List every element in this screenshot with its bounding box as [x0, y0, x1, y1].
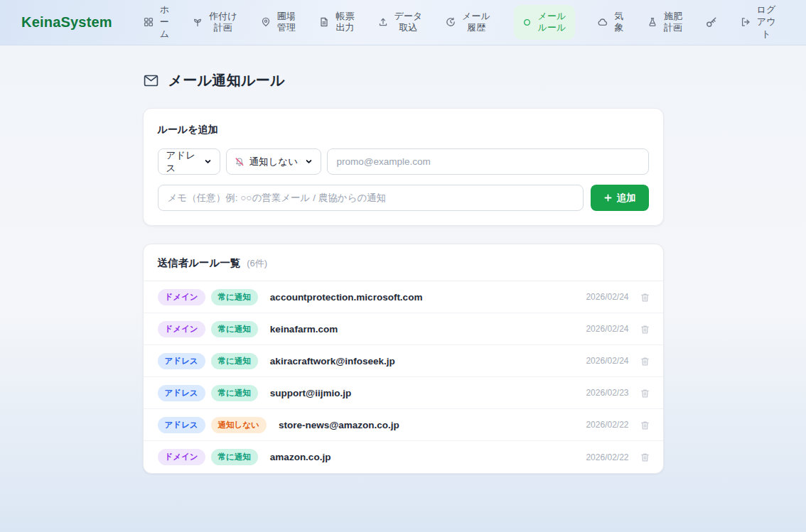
bell-slash-icon: [235, 157, 245, 167]
rule-date: 2026/02/24: [586, 356, 628, 366]
delete-rule-button[interactable]: [638, 418, 652, 432]
nav-label: 施肥計画: [663, 11, 683, 35]
trash-icon: [640, 356, 650, 367]
rule-address: accountprotection.microsoft.com: [270, 292, 423, 303]
nav-item-mail-rules[interactable]: メールルール: [514, 5, 575, 40]
rule-date: 2026/02/23: [586, 388, 628, 398]
seedling-icon: [193, 17, 203, 27]
delete-rule-button[interactable]: [638, 291, 652, 304]
sender-rules-card: 送信者ルール一覧 (6件) ドメイン 常に通知 accountprotectio…: [143, 244, 664, 474]
delete-rule-button[interactable]: [638, 450, 652, 464]
fertilizer-icon: [648, 17, 657, 27]
nav-label: ログアウト: [756, 4, 776, 40]
page-title-text: メール通知ルール: [168, 71, 285, 90]
nav-label: 作付け計画: [208, 11, 237, 35]
nav-label: ホーム: [159, 4, 170, 40]
rule-address: keinafarm.com: [270, 324, 338, 335]
rule-row: アドレス 通知しない store-news@amazon.co.jp 2026/…: [144, 409, 663, 441]
nav-label: 帳票出力: [335, 11, 355, 35]
nav-item-report-output[interactable]: 帳票出力: [319, 11, 355, 35]
rule-date: 2026/02/24: [586, 292, 628, 302]
trash-icon: [640, 292, 650, 303]
rule-action-badge: 常に通知: [211, 353, 258, 369]
key-icon: [706, 16, 717, 28]
nav-item-weather[interactable]: 気象: [598, 11, 624, 35]
cloud-icon: [598, 17, 608, 27]
rule-action-select[interactable]: 通知しない: [226, 148, 321, 175]
rule-address: amazon.co.jp: [270, 452, 331, 462]
rule-row: ドメイン 常に通知 keinafarm.com 2026/02/24: [144, 313, 663, 345]
trash-icon: [640, 324, 650, 335]
rule-date: 2026/02/24: [586, 324, 628, 334]
rule-action-badge: 通知しない: [211, 417, 267, 433]
rule-type-selected-value: アドレス: [166, 149, 198, 175]
rule-address: store-news@amazon.co.jp: [279, 420, 399, 430]
memo-input[interactable]: [158, 185, 584, 211]
document-icon: [319, 17, 329, 27]
nav-label: メールルール: [537, 11, 566, 35]
rule-date: 2026/02/22: [586, 420, 628, 430]
nav-label: データ取込: [394, 11, 423, 35]
top-navbar: KeinaSystem ホーム 作付け計画 圃場管理 帳票出力: [0, 0, 806, 45]
nav-item-mail-history[interactable]: メール履歴: [446, 11, 490, 35]
rule-action-selected-value: 通知しない: [249, 156, 298, 168]
nav-item-logout[interactable]: ログアウト: [741, 4, 776, 40]
envelope-icon: [143, 72, 159, 89]
rule-address: akiracraftwork@infoseek.jp: [270, 356, 395, 367]
rule-action-badge: 常に通知: [211, 321, 258, 337]
rule-row: アドレス 常に通知 akiracraftwork@infoseek.jp 202…: [144, 345, 663, 377]
nav-item-planting-plan[interactable]: 作付け計画: [193, 11, 237, 35]
rule-action-badge: 常に通知: [211, 385, 258, 401]
brand-logo[interactable]: KeinaSystem: [21, 14, 112, 31]
add-rule-card: ルールを追加 アドレス 通知しない: [143, 108, 664, 226]
rule-type-select[interactable]: アドレス: [158, 148, 220, 175]
rule-type-badge: ドメイン: [158, 449, 205, 465]
address-input[interactable]: [327, 148, 649, 175]
chevron-down-icon: [305, 158, 313, 165]
rule-action-badge: 常に通知: [211, 289, 258, 305]
nav-item-home[interactable]: ホーム: [144, 4, 170, 40]
rule-type-badge: ドメイン: [158, 321, 205, 337]
rule-date: 2026/02/22: [586, 452, 628, 462]
plus-icon: [603, 193, 613, 202]
delete-rule-button[interactable]: [638, 386, 652, 400]
rule-type-badge: ドメイン: [158, 289, 205, 305]
grid-icon: [144, 17, 154, 27]
mail-rules-icon: [522, 18, 532, 27]
chevron-down-icon: [204, 158, 212, 165]
rule-type-badge: アドレス: [158, 353, 205, 369]
rule-row: ドメイン 常に通知 amazon.co.jp 2026/02/22: [144, 441, 663, 473]
add-rule-row-2: 追加: [158, 185, 649, 211]
upload-icon: [378, 17, 388, 27]
main-content: メール通知ルール ルールを追加 アドレス 通知しない: [143, 45, 664, 474]
sender-rules-heading: 送信者ルール一覧: [158, 256, 241, 270]
rule-action-badge: 常に通知: [211, 449, 258, 465]
page-title: メール通知ルール: [143, 71, 664, 90]
nav-item-fertilizer-plan[interactable]: 施肥計画: [648, 11, 683, 35]
rule-row: アドレス 常に通知 support@iijmio.jp 2026/02/23: [144, 377, 663, 409]
nav-item-field-management[interactable]: 圃場管理: [261, 11, 296, 35]
key-button[interactable]: [706, 16, 717, 28]
nav-label: 圃場管理: [276, 11, 296, 35]
nav-item-data-import[interactable]: データ取込: [378, 11, 423, 35]
sender-rules-header: 送信者ルール一覧 (6件): [144, 244, 663, 281]
rule-type-badge: アドレス: [158, 385, 205, 401]
rule-row: ドメイン 常に通知 accountprotection.microsoft.co…: [144, 281, 663, 313]
nav-label: メール履歴: [461, 11, 490, 35]
add-rule-heading: ルールを追加: [158, 124, 649, 136]
add-rule-button[interactable]: 追加: [591, 185, 649, 211]
map-pin-icon: [261, 17, 271, 27]
main-nav: ホーム 作付け計画 圃場管理 帳票出力 データ取込: [144, 4, 776, 40]
add-rule-row-1: アドレス 通知しない: [158, 148, 649, 175]
logout-icon: [741, 17, 751, 27]
delete-rule-button[interactable]: [638, 322, 652, 336]
trash-icon: [640, 420, 650, 430]
delete-rule-button[interactable]: [638, 354, 652, 368]
rule-type-badge: アドレス: [158, 417, 205, 433]
add-rule-button-label: 追加: [617, 192, 636, 205]
rules-count: (6件): [247, 257, 267, 270]
history-icon: [446, 17, 456, 27]
trash-icon: [640, 388, 650, 398]
nav-label: 気象: [613, 11, 624, 35]
rule-address: support@iijmio.jp: [270, 388, 351, 398]
